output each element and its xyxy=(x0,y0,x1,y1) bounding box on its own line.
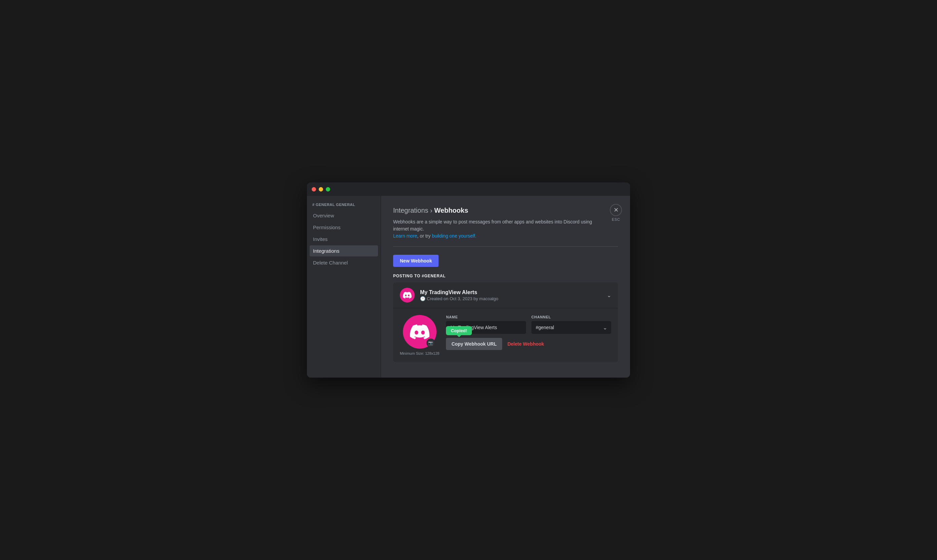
webhook-name: My TradingView Alerts xyxy=(420,289,498,295)
discord-logo-large xyxy=(410,322,429,342)
main-content: ✕ ESC Integrations › Webhooks Webhooks a… xyxy=(381,196,630,378)
close-traffic-btn[interactable] xyxy=(312,187,316,191)
name-field-label: NAME xyxy=(446,315,526,319)
minimize-traffic-btn[interactable] xyxy=(319,187,323,191)
copied-tooltip: Copied! xyxy=(446,326,472,335)
discord-logo-small xyxy=(403,291,412,300)
titlebar xyxy=(307,182,630,196)
clock-icon: 🕐 xyxy=(420,296,425,301)
webhook-card: My TradingView Alerts 🕐 Created on Oct 3… xyxy=(393,282,618,362)
actions-row: Copied! Copy Webhook URL Delete Webhook xyxy=(446,338,611,350)
chevron-down-icon: ⌄ xyxy=(607,292,611,298)
channel-field-group: CHANNEL #general #announcements #trading xyxy=(531,315,611,334)
close-icon: ✕ xyxy=(614,206,619,214)
sidebar-item-permissions[interactable]: Permissions xyxy=(310,222,378,233)
webhook-info: My TradingView Alerts 🕐 Created on Oct 3… xyxy=(420,289,498,301)
build-yourself-link[interactable]: building one yourself. xyxy=(432,233,476,238)
webhook-fields: NAME CHANNEL #general #announcements xyxy=(446,315,611,355)
webhook-avatar-small xyxy=(400,288,415,303)
sidebar: # GENERAL GENERAL Overview Permissions I… xyxy=(307,196,381,378)
esc-label: ESC xyxy=(612,217,620,222)
camera-icon: 📷 xyxy=(428,341,433,345)
delete-webhook-button[interactable]: Delete Webhook xyxy=(506,338,546,350)
channel-field-label: CHANNEL xyxy=(531,315,611,319)
avatar-large[interactable]: 📷 xyxy=(403,315,437,349)
sidebar-item-label: Integrations xyxy=(313,248,339,254)
content-area: # GENERAL GENERAL Overview Permissions I… xyxy=(307,196,630,378)
webhook-meta: 🕐 Created on Oct 3, 2023 by macoalgo xyxy=(420,296,498,301)
sidebar-item-invites[interactable]: Invites xyxy=(310,234,378,245)
sidebar-item-overview[interactable]: Overview xyxy=(310,210,378,221)
try-text: , or try xyxy=(417,233,431,238)
sidebar-item-label: Permissions xyxy=(313,225,341,230)
new-webhook-button[interactable]: New Webhook xyxy=(393,255,438,267)
channel-select-wrapper: #general #announcements #trading xyxy=(531,321,611,334)
sidebar-item-label: Delete Channel xyxy=(313,260,348,266)
breadcrumb-separator: › xyxy=(430,207,434,214)
sidebar-item-label: Invites xyxy=(313,236,328,242)
close-button-area: ✕ ESC xyxy=(610,204,622,222)
channel-select[interactable]: #general #announcements #trading xyxy=(531,321,611,334)
page-description: Webhooks are a simple way to post messag… xyxy=(393,218,609,240)
close-button[interactable]: ✕ xyxy=(610,204,622,216)
posting-channel: #GENERAL xyxy=(422,274,446,278)
sidebar-item-delete-channel[interactable]: Delete Channel 🗑 xyxy=(310,257,378,268)
learn-more-link[interactable]: Learn more xyxy=(393,233,417,238)
avatar-edit-badge: 📷 xyxy=(426,338,435,347)
avatar-upload-area: 📷 Minimum Size: 128x128 xyxy=(400,315,439,355)
divider xyxy=(393,246,618,247)
posting-label: POSTING TO #GENERAL xyxy=(393,274,618,278)
breadcrumb: Integrations › Webhooks xyxy=(393,207,618,214)
copy-webhook-url-button[interactable]: Copy Webhook URL xyxy=(446,338,502,350)
min-size-label: Minimum Size: 128x128 xyxy=(400,351,439,355)
sidebar-channel-header: # GENERAL GENERAL xyxy=(310,201,378,210)
webhook-body: 📷 Minimum Size: 128x128 NAME xyxy=(393,308,618,362)
breadcrumb-parent: Integrations xyxy=(393,207,428,214)
description-text: Webhooks are a simple way to post messag… xyxy=(393,219,592,232)
breadcrumb-current: Webhooks xyxy=(434,207,468,214)
sidebar-item-integrations[interactable]: Integrations xyxy=(310,245,378,257)
webhook-header-left: My TradingView Alerts 🕐 Created on Oct 3… xyxy=(400,288,498,303)
sidebar-item-label: Overview xyxy=(313,213,334,218)
maximize-traffic-btn[interactable] xyxy=(326,187,330,191)
app-window: # GENERAL GENERAL Overview Permissions I… xyxy=(307,182,630,378)
webhook-meta-text: Created on Oct 3, 2023 by macoalgo xyxy=(427,296,498,301)
webhook-header[interactable]: My TradingView Alerts 🕐 Created on Oct 3… xyxy=(393,282,618,308)
